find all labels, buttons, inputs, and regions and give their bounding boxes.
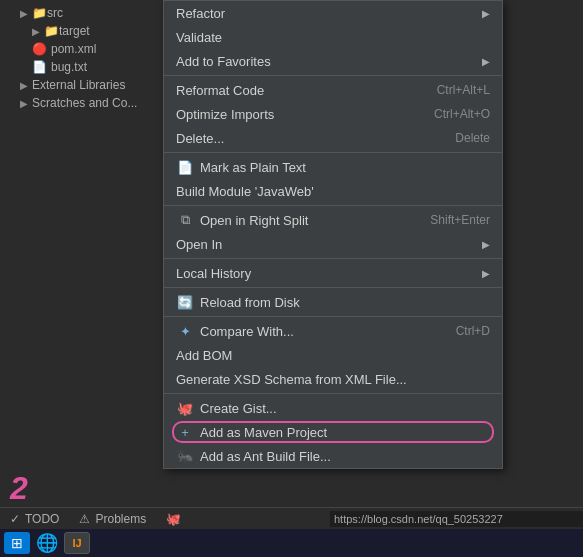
tree-item-label-bug: bug.txt (51, 60, 87, 74)
separator-6 (164, 316, 502, 317)
menu-label-refactor: Refactor (176, 6, 478, 21)
menu-label-mark-plain: Mark as Plain Text (200, 160, 490, 175)
context-menu: Refactor ▶ Validate Add to Favorites ▶ R… (163, 0, 503, 469)
menu-item-local-history[interactable]: Local History ▶ (164, 261, 502, 285)
menu-item-add-ant[interactable]: 🐜 Add as Ant Build File... (164, 444, 502, 468)
ant-icon: 🐜 (176, 449, 194, 464)
menu-label-delete: Delete... (176, 131, 435, 146)
menu-item-refactor[interactable]: Refactor ▶ (164, 1, 502, 25)
submenu-arrow-refactor: ▶ (482, 8, 490, 19)
separator-2 (164, 152, 502, 153)
menu-item-gen-xsd[interactable]: Generate XSD Schema from XML File... (164, 367, 502, 391)
tab-todo-label: TODO (25, 512, 59, 526)
menu-item-add-favorites[interactable]: Add to Favorites ▶ (164, 49, 502, 73)
expand-arrow-ext: ▶ (20, 80, 28, 91)
reload-icon: 🔄 (176, 295, 194, 310)
menu-item-open-split[interactable]: ⧉ Open in Right Split Shift+Enter (164, 208, 502, 232)
menu-item-build-module[interactable]: Build Module 'JavaWeb' (164, 179, 502, 203)
expand-arrow-target: ▶ (32, 26, 40, 37)
shortcut-split: Shift+Enter (430, 213, 490, 227)
submenu-arrow-favorites: ▶ (482, 56, 490, 67)
menu-item-reload[interactable]: 🔄 Reload from Disk (164, 290, 502, 314)
shortcut-reformat: Ctrl+Alt+L (437, 83, 490, 97)
menu-item-add-bom[interactable]: Add BOM (164, 343, 502, 367)
tree-item-label-scratch: Scratches and Co... (32, 96, 137, 110)
menu-label-reformat: Reformat Code (176, 83, 417, 98)
separator-1 (164, 75, 502, 76)
menu-label-add-bom: Add BOM (176, 348, 490, 363)
menu-label-open-split: Open in Right Split (200, 213, 410, 228)
menu-item-mark-plain[interactable]: 📄 Mark as Plain Text (164, 155, 502, 179)
tab-problems[interactable]: ⚠ Problems (69, 508, 156, 530)
menu-label-reload: Reload from Disk (200, 295, 490, 310)
tree-item-label-ext: External Libraries (32, 78, 125, 92)
tab-problems-label: Problems (95, 512, 146, 526)
menu-item-open-in[interactable]: Open In ▶ (164, 232, 502, 256)
menu-label-add-favorites: Add to Favorites (176, 54, 478, 69)
tree-item-src[interactable]: ▶ 📁 src (0, 4, 160, 22)
shortcut-optimize: Ctrl+Alt+O (434, 107, 490, 121)
separator-7 (164, 393, 502, 394)
shortcut-delete: Delete (455, 131, 490, 145)
menu-item-compare[interactable]: ✦ Compare With... Ctrl+D (164, 319, 502, 343)
gist-icon: 🐙 (176, 401, 194, 416)
shortcut-compare: Ctrl+D (456, 324, 490, 338)
menu-label-local-history: Local History (176, 266, 478, 281)
tree-item-scratches[interactable]: ▶ Scratches and Co... (0, 94, 160, 112)
idea-button[interactable]: IJ (64, 532, 90, 554)
add-maven-icon: + (176, 425, 194, 440)
menu-label-open-in: Open In (176, 237, 478, 252)
chrome-button[interactable]: 🌐 (34, 532, 60, 554)
tree-item-label-src: src (47, 6, 63, 20)
github-icon: 🐙 (166, 512, 181, 526)
mark-plain-icon: 📄 (176, 160, 194, 175)
menu-label-optimize: Optimize Imports (176, 107, 414, 122)
submenu-arrow-history: ▶ (482, 268, 490, 279)
compare-icon: ✦ (176, 324, 194, 339)
separator-3 (164, 205, 502, 206)
tree-item-target[interactable]: ▶ 📁 target (0, 22, 160, 40)
menu-label-create-gist: Create Gist... (200, 401, 490, 416)
tree-item-label-target: target (59, 24, 90, 38)
menu-label-add-ant: Add as Ant Build File... (200, 449, 490, 464)
bug-icon: 📄 (32, 60, 47, 74)
tab-github[interactable]: 🐙 (156, 508, 196, 530)
problems-icon: ⚠ (79, 512, 90, 526)
menu-label-build-module: Build Module 'JavaWeb' (176, 184, 490, 199)
expand-arrow-src: ▶ (20, 8, 28, 19)
expand-arrow-scratch: ▶ (20, 98, 28, 109)
url-text: https://blog.csdn.net/qq_50253227 (334, 513, 503, 525)
file-tree: ▶ 📁 src ▶ 📁 target 🔴 pom.xml 📄 bug.txt ▶… (0, 0, 160, 480)
todo-icon: ✓ (10, 512, 20, 526)
folder-icon-src: 📁 (32, 6, 47, 20)
tree-item-bug[interactable]: 📄 bug.txt (0, 58, 160, 76)
tab-todo[interactable]: ✓ TODO (0, 508, 69, 530)
url-tooltip: https://blog.csdn.net/qq_50253227 (330, 511, 583, 527)
menu-item-reformat[interactable]: Reformat Code Ctrl+Alt+L (164, 78, 502, 102)
menu-item-optimize[interactable]: Optimize Imports Ctrl+Alt+O (164, 102, 502, 126)
menu-item-create-gist[interactable]: 🐙 Create Gist... (164, 396, 502, 420)
tree-item-pom[interactable]: 🔴 pom.xml (0, 40, 160, 58)
submenu-arrow-open-in: ▶ (482, 239, 490, 250)
menu-label-compare: Compare With... (200, 324, 436, 339)
folder-icon-target: 📁 (44, 24, 59, 38)
menu-label-validate: Validate (176, 30, 490, 45)
start-button[interactable]: ⊞ (4, 532, 30, 554)
separator-4 (164, 258, 502, 259)
tree-item-label-pom: pom.xml (51, 42, 96, 56)
menu-item-add-maven[interactable]: + Add as Maven Project (164, 420, 502, 444)
windows-taskbar: ⊞ 🌐 IJ (0, 529, 583, 557)
menu-item-validate[interactable]: Validate (164, 25, 502, 49)
separator-5 (164, 287, 502, 288)
tree-item-external[interactable]: ▶ External Libraries (0, 76, 160, 94)
menu-item-delete[interactable]: Delete... Delete (164, 126, 502, 150)
open-split-icon: ⧉ (176, 212, 194, 228)
pom-icon: 🔴 (32, 42, 47, 56)
menu-label-gen-xsd: Generate XSD Schema from XML File... (176, 372, 490, 387)
menu-label-add-maven: Add as Maven Project (200, 425, 490, 440)
